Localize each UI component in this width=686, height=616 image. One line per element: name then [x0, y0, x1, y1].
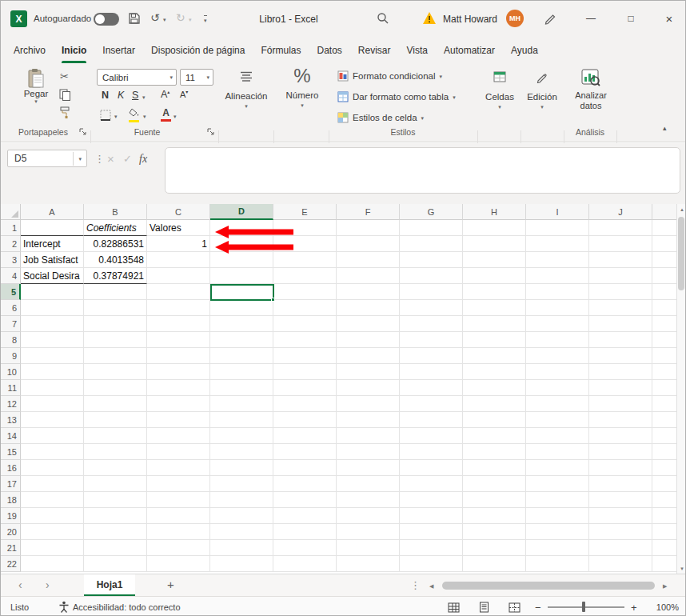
insert-function-icon[interactable]: fx	[139, 153, 147, 166]
cell-E14[interactable]	[273, 428, 337, 444]
italic-button[interactable]: K	[118, 90, 124, 101]
tab-formulas[interactable]: Fórmulas	[253, 37, 309, 63]
cell-D15[interactable]	[210, 444, 273, 460]
sheet-tab-hoja1[interactable]: Hoja1	[84, 574, 135, 596]
column-header-G[interactable]: G	[400, 204, 463, 220]
cell-I3[interactable]	[526, 252, 589, 268]
cell-A15[interactable]	[21, 444, 84, 460]
cell-F7[interactable]	[337, 316, 400, 332]
hscroll-left-icon[interactable]: ◀	[429, 582, 433, 590]
cell-B10[interactable]	[84, 364, 147, 380]
cell-I16[interactable]	[526, 460, 589, 476]
cell-F15[interactable]	[337, 444, 400, 460]
scroll-down-icon[interactable]: ▾	[680, 565, 684, 572]
cell-C19[interactable]	[147, 508, 210, 524]
row-header-8[interactable]: 8	[1, 332, 21, 348]
cell-G6[interactable]	[400, 300, 463, 316]
cell-F9[interactable]	[337, 348, 400, 364]
font-color-dropdown-icon[interactable]: ▾	[173, 114, 177, 119]
cell-I17[interactable]	[526, 476, 589, 492]
selected-cell-D5[interactable]	[210, 284, 274, 301]
cell-styles-button[interactable]: Estilos de celda ▾	[337, 112, 424, 123]
cell-H21[interactable]	[463, 540, 526, 556]
cell-D16[interactable]	[210, 460, 273, 476]
cell-A13[interactable]	[21, 412, 84, 428]
user-name[interactable]: Matt Howard	[443, 14, 497, 25]
cell-H8[interactable]	[463, 332, 526, 348]
cell-A8[interactable]	[21, 332, 84, 348]
row-header-15[interactable]: 15	[1, 444, 21, 460]
font-name-combo[interactable]: Calibri ▾	[97, 69, 177, 86]
cell-E10[interactable]	[273, 364, 337, 380]
cell-C16[interactable]	[147, 460, 210, 476]
cell-E20[interactable]	[273, 524, 337, 540]
cell-B22[interactable]	[84, 556, 147, 572]
tab-inicio[interactable]: Inicio	[54, 37, 94, 63]
underline-button[interactable]: S	[132, 90, 138, 101]
cell-E7[interactable]	[273, 316, 337, 332]
portapapeles-dialog-launcher-icon[interactable]	[79, 128, 87, 136]
add-sheet-icon[interactable]: +	[167, 578, 174, 591]
cell-I6[interactable]	[526, 300, 589, 316]
column-header-H[interactable]: H	[463, 204, 526, 220]
cell-H12[interactable]	[463, 396, 526, 412]
cell-G3[interactable]	[400, 252, 463, 268]
cell-D11[interactable]	[210, 380, 273, 396]
cell-C18[interactable]	[147, 492, 210, 508]
cell-J17[interactable]	[589, 476, 652, 492]
cell-F19[interactable]	[337, 508, 400, 524]
cell-E3[interactable]	[273, 252, 337, 268]
cell-J6[interactable]	[589, 300, 652, 316]
cell-A12[interactable]	[21, 396, 84, 412]
cell-F8[interactable]	[337, 332, 400, 348]
cell-D13[interactable]	[210, 412, 273, 428]
cell-B2[interactable]: 0.82886531	[84, 236, 147, 252]
cell-B16[interactable]	[84, 460, 147, 476]
search-icon[interactable]	[377, 12, 389, 25]
cell-G9[interactable]	[400, 348, 463, 364]
cell-B8[interactable]	[84, 332, 147, 348]
cell-A16[interactable]	[21, 460, 84, 476]
cell-E16[interactable]	[273, 460, 337, 476]
row-header-20[interactable]: 20	[1, 524, 21, 540]
cell-D17[interactable]	[210, 476, 273, 492]
cell-I10[interactable]	[526, 364, 589, 380]
prev-sheet-icon[interactable]: ‹	[18, 578, 22, 591]
zoom-slider-thumb[interactable]	[582, 602, 585, 612]
cell-F12[interactable]	[337, 396, 400, 412]
cell-A10[interactable]	[21, 364, 84, 380]
column-header-F[interactable]: F	[337, 204, 400, 220]
cut-icon[interactable]: ✂	[60, 71, 69, 82]
cell-C11[interactable]	[147, 380, 210, 396]
tab-disposicion[interactable]: Disposición de página	[143, 37, 253, 63]
cell-I2[interactable]	[526, 236, 589, 252]
row-header-3[interactable]: 3	[1, 252, 21, 268]
cell-H13[interactable]	[463, 412, 526, 428]
cell-B7[interactable]	[84, 316, 147, 332]
cell-J12[interactable]	[589, 396, 652, 412]
cell-A18[interactable]	[21, 492, 84, 508]
accessibility-status[interactable]: Accesibilidad: todo correcto	[73, 602, 181, 612]
cell-A6[interactable]	[21, 300, 84, 316]
cells-button[interactable]: Celdas ▾	[482, 71, 517, 110]
column-header-C[interactable]: C	[147, 204, 210, 220]
autosave-toggle[interactable]	[94, 13, 119, 26]
borders-icon[interactable]	[100, 110, 111, 121]
cell-B5[interactable]	[84, 284, 147, 300]
row-header-18[interactable]: 18	[1, 492, 21, 508]
fill-color-dropdown-icon[interactable]: ▾	[143, 114, 146, 119]
fuente-dialog-launcher-icon[interactable]	[207, 128, 215, 136]
cell-I19[interactable]	[526, 508, 589, 524]
formula-bar-options-icon[interactable]: ⋮	[94, 153, 105, 165]
cell-H11[interactable]	[463, 380, 526, 396]
column-header-J[interactable]: J	[589, 204, 652, 220]
cell-B13[interactable]	[84, 412, 147, 428]
cell-E6[interactable]	[273, 300, 337, 316]
undo-icon[interactable]: ↺	[150, 12, 160, 23]
cell-F6[interactable]	[337, 300, 400, 316]
cell-D14[interactable]	[210, 428, 273, 444]
cell-A14[interactable]	[21, 428, 84, 444]
cell-D19[interactable]	[210, 508, 273, 524]
cell-E12[interactable]	[273, 396, 337, 412]
tab-revisar[interactable]: Revisar	[350, 37, 399, 63]
